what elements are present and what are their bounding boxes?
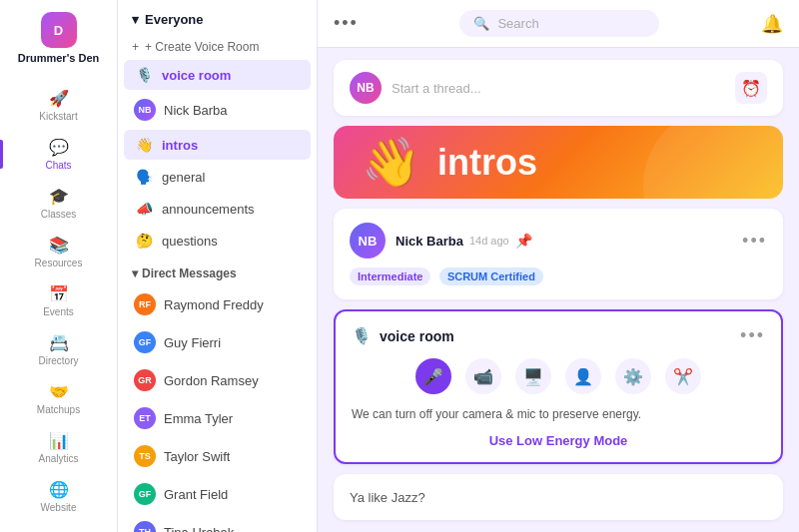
plus-icon: +	[132, 40, 139, 54]
sidebar-item-classes[interactable]: 🎓 Classes	[0, 179, 117, 228]
search-bar[interactable]: 🔍 Search	[459, 10, 659, 37]
classes-icon: 🎓	[49, 187, 69, 206]
end-call-button[interactable]: ✂️	[665, 358, 701, 394]
raymond-label: Raymond Freddy	[164, 297, 264, 312]
chevron-down-icon: ▾	[132, 12, 139, 27]
mic-button[interactable]: 🎤	[415, 358, 451, 394]
intros-emoji: 👋	[362, 135, 421, 191]
post-more-button[interactable]: •••	[742, 231, 767, 252]
sidebar-item-kickstart[interactable]: 🚀 Kickstart	[0, 81, 117, 130]
post-card: NB Nick Barba 14d ago 📌 ••• Intermediate…	[334, 209, 783, 299]
more-options-button[interactable]: •••	[334, 13, 359, 34]
guy-label: Guy Fierri	[164, 335, 221, 350]
dm-item-taylor[interactable]: TS Taylor Swift	[124, 438, 311, 474]
dm-section-header: ▾ Direct Messages	[118, 257, 317, 285]
thread-input-bar[interactable]: NB Start a thread... ⏰	[334, 60, 783, 116]
nick-barba-label: Nick Barba	[164, 103, 228, 118]
channel-item-nick-barba[interactable]: NB Nick Barba	[124, 92, 311, 128]
taylor-avatar: TS	[134, 445, 156, 467]
general-label: general	[162, 170, 205, 185]
dm-item-emma[interactable]: ET Emma Tyler	[124, 400, 311, 436]
screen-share-button[interactable]: 🖥️	[515, 358, 551, 394]
channel-item-questions[interactable]: 🤔 questions	[124, 226, 311, 256]
channel-item-general[interactable]: 🗣️ general	[124, 162, 311, 192]
top-bar: ••• 🔍 Search 🔔	[318, 0, 799, 48]
voice-more-button[interactable]: •••	[740, 325, 765, 346]
classes-label: Classes	[41, 209, 77, 220]
resources-icon: 📚	[49, 236, 69, 255]
tina-avatar: TH	[134, 521, 156, 532]
channel-item-intros[interactable]: 👋 intros	[124, 130, 311, 160]
thread-placeholder[interactable]: Start a thread...	[392, 81, 725, 96]
sidebar-item-matchups[interactable]: 🤝 Matchups	[0, 374, 117, 423]
create-voice-label: + Create Voice Room	[145, 40, 259, 54]
voice-room-label: voice room	[162, 68, 231, 83]
voice-room-icon: 🎙️	[134, 67, 154, 83]
channel-item-voice-room[interactable]: 🎙️ voice room	[124, 60, 311, 90]
dm-item-guy[interactable]: GF Guy Fierri	[124, 324, 311, 360]
voice-controls: 🎤 📹 🖥️ 👤 ⚙️ ✂️	[352, 358, 765, 394]
dm-item-raymond[interactable]: RF Raymond Freddy	[124, 286, 311, 322]
website-icon: 🌐	[49, 480, 69, 499]
alarm-icon: ⏰	[741, 79, 761, 98]
left-sidebar: D Drummer's Den 🚀 Kickstart 💬 Chats 🎓 Cl…	[0, 0, 118, 532]
announcements-label: announcements	[162, 202, 255, 217]
emma-label: Emma Tyler	[164, 411, 233, 426]
post-author-row: Nick Barba 14d ago 📌	[396, 233, 732, 249]
chats-label: Chats	[45, 160, 71, 171]
grant-label: Grant Field	[164, 487, 228, 502]
questions-label: questions	[162, 234, 218, 249]
channel-item-announcements[interactable]: 📣 announcements	[124, 194, 311, 224]
voice-card-emoji: 🎙️	[352, 326, 372, 345]
resources-label: Resources	[35, 258, 83, 268]
dm-item-gordon[interactable]: GR Gordon Ramsey	[124, 362, 311, 398]
workspace-logo[interactable]: D Drummer's Den	[0, 12, 117, 65]
tag-intermediate: Intermediate	[350, 267, 430, 285]
sidebar-item-resources[interactable]: 📚 Resources	[0, 228, 117, 276]
voice-description: We can turn off your camera & mic to pre…	[352, 406, 765, 423]
tag-scrum: SCRUM Certified	[439, 267, 543, 285]
intros-icon: 👋	[134, 137, 154, 153]
sidebar-item-directory[interactable]: 📇 Directory	[0, 325, 117, 374]
content-area: NB Start a thread... ⏰ 👋 intros NB Nick …	[318, 48, 799, 532]
post-pin-icon: 📌	[515, 233, 532, 249]
thread-user-avatar: NB	[350, 72, 382, 104]
sidebar-item-analytics[interactable]: 📊 Analytics	[0, 423, 117, 472]
post-author-name: Nick Barba	[396, 234, 463, 249]
dm-item-grant[interactable]: GF Grant Field	[124, 476, 311, 512]
post-author-avatar: NB	[350, 223, 386, 259]
alarm-button[interactable]: ⏰	[735, 72, 767, 104]
workspace-name: Drummer's Den	[18, 52, 99, 65]
post-time: 14d ago	[469, 235, 509, 247]
create-voice-room-button[interactable]: + + Create Voice Room	[118, 35, 317, 59]
low-energy-button[interactable]: Use Low Energy Mode	[352, 433, 765, 448]
sidebar-item-email[interactable]: ✉️ Email	[0, 521, 117, 532]
chats-icon: 💬	[49, 138, 69, 157]
website-label: Website	[41, 502, 77, 513]
notification-button[interactable]: 🔔	[761, 13, 783, 35]
general-icon: 🗣️	[134, 169, 154, 185]
sidebar-item-website[interactable]: 🌐 Website	[0, 472, 117, 521]
jazz-text: Ya like Jazz?	[350, 486, 425, 509]
dm-item-tina[interactable]: TH Tina Hrabak	[124, 514, 311, 532]
settings-button[interactable]: ⚙️	[615, 358, 651, 394]
tina-label: Tina Hrabak	[164, 525, 234, 533]
post-tags: Intermediate SCRUM Certified	[350, 266, 767, 285]
intros-title: intros	[437, 142, 537, 184]
workspace-avatar: D	[41, 12, 77, 48]
intros-label: intros	[162, 138, 198, 153]
add-person-button[interactable]: 👤	[565, 358, 601, 394]
chevron-down-icon-dm: ▾	[132, 266, 138, 280]
channels-group-header[interactable]: ▾ Everyone	[118, 0, 317, 35]
sidebar-item-events[interactable]: 📅 Events	[0, 276, 117, 325]
workspace-avatar-initial: D	[54, 23, 63, 38]
search-placeholder: Search	[497, 16, 538, 31]
analytics-icon: 📊	[49, 431, 69, 450]
video-button[interactable]: 📹	[465, 358, 501, 394]
search-icon: 🔍	[473, 16, 489, 31]
grant-avatar: GF	[134, 483, 156, 505]
analytics-label: Analytics	[38, 453, 78, 464]
taylor-label: Taylor Swift	[164, 449, 230, 464]
dm-section-label: Direct Messages	[142, 266, 237, 280]
sidebar-item-chats[interactable]: 💬 Chats	[0, 130, 117, 179]
